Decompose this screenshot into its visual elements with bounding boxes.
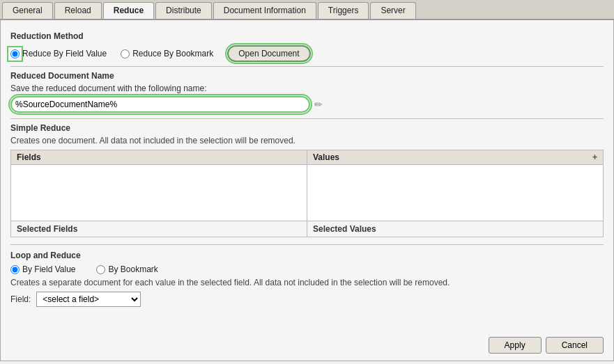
loop-reduce-desc: Creates a separate document for each val… — [10, 278, 604, 287]
reduce-by-field-option[interactable]: Reduce By Field Value — [10, 49, 107, 58]
reduce-by-bookmark-option[interactable]: Reduce By Bookmark — [121, 49, 213, 58]
bottom-bar: Apply Cancel — [489, 337, 604, 354]
fields-header: Fields — [11, 150, 307, 165]
simple-reduce-title: Simple Reduce — [10, 123, 604, 133]
field-row: Field: <select a field> — [10, 292, 604, 307]
reduced-doc-name-title: Reduced Document Name — [10, 71, 604, 81]
open-document-button[interactable]: Open Document — [227, 45, 310, 62]
loop-by-field-option[interactable]: By Field Value — [10, 264, 75, 274]
name-input-row: ✏ — [10, 96, 604, 113]
simple-reduce-desc: Creates one document. All data not inclu… — [10, 136, 604, 145]
document-name-input[interactable] — [10, 96, 310, 113]
tab-general[interactable]: General — [2, 2, 53, 19]
fields-header-label: Fields — [17, 152, 41, 162]
reduce-by-bookmark-label: Reduce By Bookmark — [132, 49, 213, 58]
loop-by-bookmark-label: By Bookmark — [108, 264, 158, 274]
cancel-button[interactable]: Cancel — [546, 337, 604, 354]
loop-by-bookmark-option[interactable]: By Bookmark — [96, 264, 158, 274]
add-values-icon[interactable]: + — [592, 152, 597, 162]
main-content: Reduction Method Reduce By Field Value R… — [0, 20, 614, 361]
reduce-by-bookmark-radio[interactable] — [121, 49, 130, 58]
loop-reduce-section: Loop and Reduce By Field Value By Bookma… — [10, 244, 604, 307]
tab-document-information[interactable]: Document Information — [213, 2, 316, 19]
selected-values-label: Selected Values — [307, 221, 603, 237]
values-column: Values + — [307, 150, 603, 221]
pencil-icon[interactable]: ✏ — [314, 99, 323, 110]
tab-distribute[interactable]: Distribute — [155, 2, 212, 19]
reduced-doc-name-desc: Save the reduced document with the follo… — [10, 84, 604, 93]
tab-reduce[interactable]: Reduce — [103, 2, 154, 19]
selected-row: Selected Fields Selected Values — [10, 221, 604, 237]
reduction-method-title: Reduction Method — [10, 31, 604, 41]
field-label: Field: — [10, 294, 31, 304]
simple-reduce-section: Simple Reduce Creates one document. All … — [10, 123, 604, 237]
tab-bar: General Reload Reduce Distribute Documen… — [0, 0, 614, 20]
reduction-method-group: Reduce By Field Value Reduce By Bookmark… — [10, 45, 604, 62]
fields-column: Fields — [11, 150, 307, 221]
tab-reload[interactable]: Reload — [54, 2, 102, 19]
fields-values-container: Fields Values + — [10, 150, 604, 221]
tab-triggers[interactable]: Triggers — [318, 2, 369, 19]
divider-2 — [10, 118, 604, 119]
reduce-by-field-radio[interactable] — [10, 49, 20, 58]
tab-server[interactable]: Server — [370, 2, 415, 19]
reduce-by-field-label: Reduce By Field Value — [22, 49, 107, 58]
loop-by-field-radio[interactable] — [10, 265, 20, 274]
loop-radio-group: By Field Value By Bookmark — [10, 264, 604, 274]
loop-by-bookmark-radio[interactable] — [96, 265, 105, 274]
selected-fields-label: Selected Fields — [11, 221, 307, 237]
divider-1 — [10, 66, 604, 67]
values-header: Values + — [307, 150, 603, 165]
field-select[interactable]: <select a field> — [36, 292, 141, 307]
fields-body[interactable] — [11, 165, 307, 221]
loop-by-field-label: By Field Value — [22, 264, 75, 274]
apply-button[interactable]: Apply — [489, 337, 542, 354]
values-body[interactable] — [307, 165, 603, 221]
values-header-label: Values — [313, 152, 339, 162]
loop-reduce-title: Loop and Reduce — [10, 251, 604, 260]
